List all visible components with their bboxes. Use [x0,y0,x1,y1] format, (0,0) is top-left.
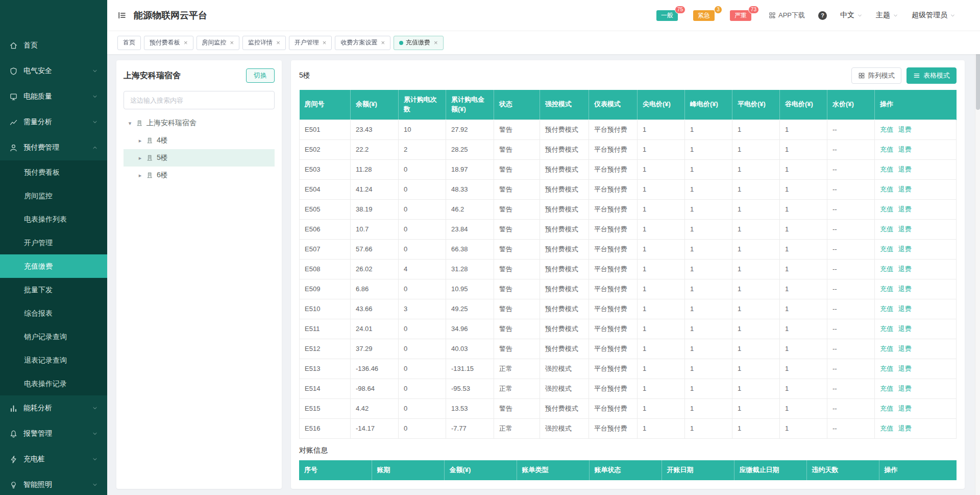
recharge-link[interactable]: 充值 [880,345,893,352]
sidebar-subitem[interactable]: 开户管理 [0,231,107,254]
tree-floor-node[interactable]: ▸5楼 [124,149,275,167]
refund-link[interactable]: 退费 [898,285,912,293]
recharge-link[interactable]: 充值 [880,126,893,133]
refund-link[interactable]: 退费 [898,405,912,412]
recharge-link[interactable]: 充值 [880,285,893,293]
sidebar-item-energy-analysis[interactable]: 能耗分析 [0,395,107,421]
sidebar-subitem[interactable]: 电表操作记录 [0,372,107,395]
recharge-link[interactable]: 充值 [880,325,893,333]
language-selector[interactable]: 中文 [840,11,863,20]
room-cell: -14.17 [351,418,399,438]
tab[interactable]: 收费方案设置× [335,36,390,50]
room-cell: E501 [300,120,351,139]
tree-search-input[interactable] [124,91,275,109]
caret-down-icon[interactable]: ▾ [127,120,133,127]
refund-link[interactable]: 退费 [898,225,912,233]
tab[interactable]: 监控详情× [242,36,286,50]
tree-root-node[interactable]: ▾上海安科瑞宿舍 [124,114,275,132]
alarm-badge-urgent[interactable]: 紧急 3 [693,10,715,21]
room-cell: 1 [732,418,780,438]
recharge-link[interactable]: 充值 [880,146,893,153]
tree-floor-node[interactable]: ▸4楼 [124,132,275,149]
alarm-badge-severe[interactable]: 严重 73 [730,10,751,21]
recharge-link[interactable]: 充值 [880,365,893,372]
room-cell: 0 [399,418,446,438]
refund-link[interactable]: 退费 [898,146,912,153]
vertical-scrollbar[interactable] [975,31,980,495]
tab[interactable]: 预付费看板× [144,36,193,50]
tab[interactable]: 充值缴费× [394,36,444,50]
sidebar-subitem[interactable]: 批量下发 [0,278,107,301]
theme-selector[interactable]: 主题 [876,11,898,20]
tree-floor-node[interactable]: ▸6楼 [124,167,275,184]
refund-link[interactable]: 退费 [898,166,912,173]
sidebar-subitem[interactable]: 预付费看板 [0,160,107,184]
recharge-link[interactable]: 充值 [880,166,893,173]
recharge-link[interactable]: 充值 [880,305,893,313]
tab-close-icon[interactable]: × [276,39,280,46]
recharge-link[interactable]: 充值 [880,405,893,412]
room-cell: 1 [780,418,827,438]
sidebar-subitem[interactable]: 充值缴费 [0,254,107,278]
help-icon[interactable]: ? [818,11,827,20]
sidebar-item-electrical-safety[interactable]: 电气安全 [0,58,107,84]
tab-close-icon[interactable]: × [230,39,234,46]
caret-right-icon[interactable]: ▸ [137,137,143,144]
sidebar-subitem[interactable]: 销户记录查询 [0,325,107,348]
refund-link[interactable]: 退费 [898,305,912,313]
app-download-link[interactable]: APP下载 [769,11,805,20]
refund-link[interactable]: 退费 [898,265,912,273]
switch-building-button[interactable]: 切换 [246,68,275,83]
room-cell: 0 [399,339,446,359]
sidebar-subitem[interactable]: 房间监控 [0,184,107,207]
recharge-link[interactable]: 充值 [880,185,893,193]
refund-link[interactable]: 退费 [898,345,912,352]
table-mode-button[interactable]: 表格模式 [906,67,957,84]
recharge-link[interactable]: 充值 [880,245,893,253]
refund-link[interactable]: 退费 [898,385,912,392]
tab[interactable]: 房间监控× [197,36,240,50]
recharge-link[interactable]: 充值 [880,225,893,233]
refund-link[interactable]: 退费 [898,126,912,133]
refund-link[interactable]: 退费 [898,365,912,372]
refund-link[interactable]: 退费 [898,205,912,213]
caret-right-icon[interactable]: ▸ [137,172,143,179]
sidebar-item-demand-analysis[interactable]: 需量分析 [0,109,107,135]
sidebar-item-power-quality[interactable]: 电能质量 [0,84,107,109]
sidebar-item-charging-pile[interactable]: 充电桩 [0,446,107,472]
caret-right-icon[interactable]: ▸ [137,155,143,161]
room-cell: 1 [638,339,685,359]
sidebar-subitem[interactable]: 电表操作列表 [0,207,107,231]
tab-close-icon[interactable]: × [323,39,327,46]
sidebar-item-prepaid-management[interactable]: 预付费管理 [0,135,107,160]
tab-close-icon[interactable]: × [184,39,188,46]
room-cell: 平台预付费 [589,279,638,299]
alarm-badge-general[interactable]: 一般 75 [656,10,678,21]
sidebar-collapse-icon[interactable] [117,11,127,20]
grid-mode-button[interactable]: 阵列模式 [851,67,901,84]
room-cell: 28.25 [446,139,494,159]
sidebar-item-home[interactable]: 首页 [0,33,107,58]
sidebar-item-smart-lighting[interactable]: 智能照明 [0,472,107,495]
room-cell: E507 [300,239,351,259]
sidebar-item-label: 电能质量 [23,92,92,101]
tab[interactable]: 首页 [117,36,141,50]
tab[interactable]: 开户管理× [289,36,332,50]
room-cell: 1 [780,120,827,139]
room-cell: 预付费模式 [540,139,589,159]
sidebar-item-alarm-management[interactable]: 报警管理 [0,421,107,446]
tab-close-icon[interactable]: × [434,39,438,46]
recharge-link[interactable]: 充值 [880,385,893,392]
user-menu[interactable]: 超级管理员 [912,11,955,20]
recharge-link[interactable]: 充值 [880,265,893,273]
tab-close-icon[interactable]: × [381,39,385,46]
recharge-link[interactable]: 充值 [880,425,893,432]
refund-link[interactable]: 退费 [898,425,912,432]
room-cell: 1 [638,418,685,438]
recharge-link[interactable]: 充值 [880,205,893,213]
refund-link[interactable]: 退费 [898,325,912,333]
refund-link[interactable]: 退费 [898,185,912,193]
refund-link[interactable]: 退费 [898,245,912,253]
sidebar-subitem[interactable]: 退表记录查询 [0,348,107,372]
sidebar-subitem[interactable]: 综合报表 [0,301,107,325]
